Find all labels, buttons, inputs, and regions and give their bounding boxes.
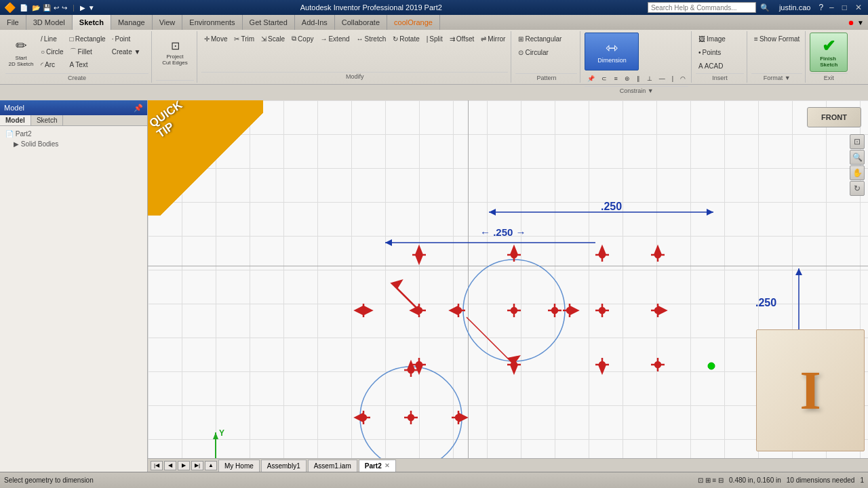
tab-addins[interactable]: Add-Ins	[295, 15, 335, 30]
arc-button[interactable]: ◜ Arc	[38, 58, 66, 70]
lp-tab-model[interactable]: Model	[0, 115, 31, 125]
expand-ribbon-btn[interactable]: ▼	[857, 19, 864, 26]
viewport[interactable]: Y X .250 ← .250 → .250 FRONT ⊡ 🔍 ✋ ↻ I	[148, 100, 868, 472]
sb-icon3[interactable]: ≡	[712, 476, 716, 484]
line-button[interactable]: / Line	[38, 33, 66, 45]
pan-btn[interactable]: ✋	[850, 165, 865, 180]
fillet-button[interactable]: ⌒ Fillet	[67, 45, 108, 58]
project-cut-button[interactable]: ⊡ ProjectCut Edges	[156, 33, 194, 72]
tangent-button[interactable]: ◠	[677, 73, 688, 85]
zoom-extents-btn[interactable]: ⊡	[850, 134, 865, 149]
parallel-button[interactable]: ∥	[634, 73, 643, 85]
acad-button[interactable]: A ACAD	[696, 60, 726, 72]
dimension-button[interactable]: ⇿ Dimension	[585, 33, 639, 70]
sb-icon1[interactable]: ⊡	[698, 476, 703, 484]
tab-nav-prev[interactable]: ◀	[164, 461, 176, 470]
part2-tab-close[interactable]: ✕	[384, 462, 390, 469]
svg-marker-56	[408, 362, 414, 369]
scale-button[interactable]: ⇲ Scale	[258, 33, 288, 45]
start-sketch-button[interactable]: ✏ Start2D Sketch	[5, 33, 37, 72]
left-panel-tabs: Model Sketch	[0, 115, 147, 126]
lp-tab-sketch[interactable]: Sketch	[31, 115, 64, 125]
tab-view[interactable]: View	[153, 15, 183, 30]
rotate-btn[interactable]: ↻	[850, 181, 865, 196]
qat-redo[interactable]: ↪	[62, 4, 67, 12]
tab-nav-last[interactable]: ▶|	[191, 461, 203, 470]
stretch-button[interactable]: ↔ Stretch	[354, 33, 389, 45]
trim-button[interactable]: ✂ Trim	[231, 33, 257, 45]
sb-icon2[interactable]: ⊞	[705, 476, 711, 484]
svg-text:Y: Y	[219, 428, 224, 438]
circle-button[interactable]: ○ Circle	[38, 45, 66, 58]
image-icon: 🖼	[698, 35, 705, 43]
search-input[interactable]	[648, 2, 756, 13]
qat-more[interactable]: ▼	[88, 4, 95, 12]
copy-icon: ⧉	[292, 35, 296, 43]
viewcube-label: FRONT	[821, 113, 847, 121]
show-format-icon: ≡	[754, 35, 758, 43]
finish-sketch-button[interactable]: ✔ FinishSketch	[810, 33, 848, 72]
circular-button[interactable]: ⊙ Circular	[515, 46, 551, 58]
tab-environments[interactable]: Environments	[182, 15, 242, 30]
tab-nav-up[interactable]: ▲	[205, 461, 217, 470]
tab-nav-next[interactable]: ▶	[178, 461, 190, 470]
vert-button[interactable]: |	[669, 73, 676, 85]
record-btn[interactable]: ⏺	[848, 19, 854, 26]
split-button[interactable]: | Split	[424, 33, 446, 45]
extend-button[interactable]: → Extend	[317, 33, 352, 45]
thumbnail-letter: I	[800, 360, 821, 422]
tree-item-solid[interactable]: ▶ Solid Bodies	[3, 139, 144, 149]
bottom-tab-assembly1[interactable]: Assembly1	[261, 460, 307, 472]
statusbar-right: ⊡ ⊞ ≡ ⊟ 0.480 in, 0.160 in 10 dimensions…	[698, 476, 864, 484]
qat-play[interactable]: ▶	[80, 4, 85, 12]
rectangle-button[interactable]: □ Rectangle	[67, 33, 108, 45]
tab-manage[interactable]: Manage	[111, 15, 153, 30]
trim-icon: ✂	[234, 35, 239, 43]
horiz-button[interactable]: —	[656, 73, 668, 85]
coincident-button[interactable]: ⊂	[599, 73, 610, 85]
sb-icon4[interactable]: ⊟	[718, 476, 724, 484]
svg-marker-9	[795, 268, 802, 275]
offset-button[interactable]: ⇉ Offset	[447, 33, 477, 45]
tab-file[interactable]: File	[0, 15, 26, 30]
move-button[interactable]: ✛ Move	[201, 33, 230, 45]
show-format-button[interactable]: ≡ Show Format	[751, 33, 802, 45]
part2-tab-label: Part2	[365, 462, 382, 470]
help-icon[interactable]: ?	[818, 3, 823, 12]
ribbon-group-create: ✏ Start2D Sketch / Line ○ Circle ◜ Arc □…	[3, 31, 152, 83]
rotate-button[interactable]: ↻ Rotate	[390, 33, 422, 45]
search-icon[interactable]: 🔍	[760, 3, 770, 12]
points-icon: •	[698, 49, 701, 56]
mirror-button[interactable]: ⇌ Mirror	[478, 33, 508, 45]
tab-getstarted[interactable]: Get Started	[243, 15, 295, 30]
image-button[interactable]: 🖼 Image	[696, 33, 728, 45]
copy-button[interactable]: ⧉ Copy	[289, 33, 316, 45]
viewcube[interactable]: FRONT	[807, 107, 861, 127]
minimize-btn[interactable]: –	[827, 3, 836, 12]
offset-icon: ⇉	[450, 35, 455, 43]
perp-button[interactable]: ⊥	[644, 73, 655, 85]
bottom-tab-part2[interactable]: Part2 ✕	[359, 460, 396, 472]
tab-nav-first[interactable]: |◀	[151, 461, 163, 470]
tab-coolorange[interactable]: coolOrange	[387, 15, 440, 30]
tree-item-part2[interactable]: 📄 Part2	[3, 129, 144, 139]
create-more-button[interactable]: Create ▼	[109, 45, 144, 58]
pin-icon[interactable]: 📌	[134, 104, 143, 113]
tab-3dmodel[interactable]: 3D Model	[26, 15, 73, 30]
points-button[interactable]: • Points	[696, 46, 724, 58]
collinear-button[interactable]: ≡	[611, 73, 620, 85]
bottom-tab-myhome[interactable]: My Home	[218, 460, 260, 472]
concentric-button[interactable]: ⊚	[622, 73, 633, 85]
tab-collaborate[interactable]: Collaborate	[335, 15, 387, 30]
text-button[interactable]: A Text	[67, 58, 108, 70]
bottom-tab-assem1iam[interactable]: Assem1.iam	[308, 460, 357, 472]
point-button[interactable]: · Point	[109, 33, 144, 45]
zoom-btn[interactable]: 🔍	[850, 150, 865, 165]
qat-undo[interactable]: ↩	[54, 4, 59, 12]
tab-sketch[interactable]: Sketch	[73, 15, 111, 30]
maximize-btn[interactable]: □	[840, 3, 849, 12]
close-btn[interactable]: ✕	[853, 3, 864, 12]
titlebar-left: 🔶 📄 📂 💾 ↩ ↪ | ▶ ▼	[4, 2, 95, 13]
fix-button[interactable]: 📌	[585, 73, 597, 85]
rectangular-button[interactable]: ⊞ Rectangular	[515, 33, 564, 45]
